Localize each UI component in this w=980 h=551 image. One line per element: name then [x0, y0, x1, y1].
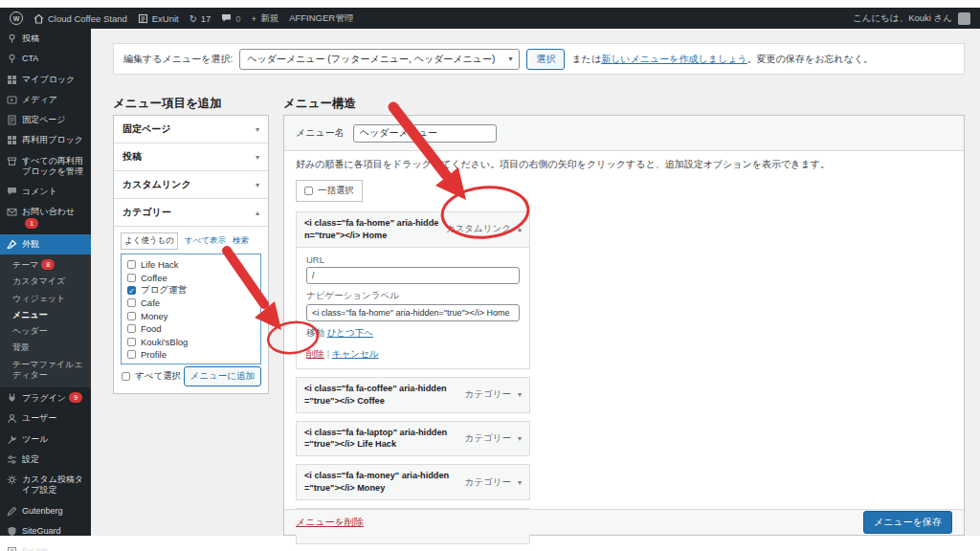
avatar[interactable]: [958, 12, 970, 25]
plugins-badge: 9: [69, 392, 82, 403]
accordion-categories[interactable]: カテゴリー ▴: [114, 199, 268, 227]
site-name-label: Cloud Coffee Stand: [48, 13, 127, 24]
checkbox-icon[interactable]: ✓: [127, 338, 136, 346]
exunit-label: ExUnit: [152, 13, 179, 24]
checkbox-icon[interactable]: ✓: [127, 312, 136, 320]
sidebar-item-exunit[interactable]: ExUnit: [0, 541, 91, 551]
submenu-item-header[interactable]: ヘッダー: [0, 323, 91, 340]
category-option[interactable]: ✓Life Hack: [127, 258, 255, 271]
site-name-menu[interactable]: Cloud Coffee Stand: [33, 13, 127, 24]
chevron-down-icon[interactable]: ▾: [518, 434, 522, 443]
menu-item-header[interactable]: <i class="fa fa-coffee" aria-hidden="tru…: [296, 377, 530, 413]
sidebar-item-tools[interactable]: ツール: [0, 430, 91, 450]
category-option[interactable]: ✓Cafe: [127, 297, 255, 309]
exunit-adminbar-menu[interactable]: ExUnit: [138, 13, 179, 24]
archive-box-icon: [7, 156, 17, 166]
category-option[interactable]: ✓ブログ運営: [127, 284, 255, 297]
checkbox-icon[interactable]: [122, 372, 130, 381]
checkbox-icon[interactable]: ✓: [127, 260, 136, 269]
blocks-icon: [7, 75, 17, 85]
sidebar-item-settings[interactable]: 設定: [0, 450, 91, 470]
accordion-custom-links[interactable]: カスタムリンク ▾: [114, 171, 268, 199]
category-option[interactable]: ✓Coffee: [127, 271, 255, 283]
category-option[interactable]: ✓Money: [127, 310, 255, 322]
chevron-down-icon[interactable]: ▾: [518, 390, 522, 399]
wrench-icon: [7, 434, 17, 445]
affinger-menu[interactable]: AFFINGER管理: [289, 12, 353, 25]
url-label: URL: [306, 254, 520, 265]
category-option[interactable]: ✓Profile: [127, 348, 255, 361]
chevron-down-icon[interactable]: ▾: [518, 478, 522, 487]
submenu-item-customize[interactable]: カスタマイズ: [0, 274, 91, 290]
checkbox-icon[interactable]: ✓: [127, 274, 136, 282]
menu-item-header[interactable]: <i class="fa fa-money" aria-hidden="true…: [296, 464, 530, 500]
sidebar-item-pages[interactable]: 固定ページ: [0, 110, 91, 130]
delete-menu-link[interactable]: メニューを削除: [296, 516, 364, 529]
submenu-item-themes[interactable]: テーマ8: [0, 256, 91, 274]
sidebar-item-gutenberg[interactable]: Gutenberg: [0, 501, 91, 521]
sidebar-item-reusable-blocks[interactable]: 再利用ブロック: [0, 130, 91, 150]
delete-link[interactable]: 削除: [306, 348, 324, 359]
wordpress-logo-icon[interactable]: W: [10, 11, 23, 25]
select-menu-button[interactable]: 選択: [526, 49, 565, 70]
sidebar-item-users[interactable]: ユーザー: [0, 408, 91, 429]
menu-name-input[interactable]: [353, 124, 497, 143]
create-menu-link[interactable]: 新しいメニューを作成しましょう: [601, 54, 747, 64]
checkbox-icon[interactable]: ✓: [127, 324, 136, 333]
new-content-menu[interactable]: + 新規: [252, 12, 279, 25]
sidebar-item-comments[interactable]: コメント: [0, 182, 91, 202]
tab-most-used[interactable]: よく使うもの: [121, 232, 178, 250]
sidebar-item-siteguard[interactable]: SiteGuard: [0, 521, 91, 541]
submenu-item-background[interactable]: 背景: [0, 340, 91, 356]
updates-menu[interactable]: ↻ 17: [189, 13, 212, 24]
select-all-option[interactable]: すべて選択: [122, 370, 181, 383]
submenu-item-menus[interactable]: メニュー: [0, 307, 91, 323]
user-greeting[interactable]: こんにちは、Kouki さん: [853, 12, 952, 25]
move-down-link[interactable]: ひとつ下へ: [327, 327, 373, 338]
category-option[interactable]: ✓Food: [127, 322, 255, 335]
menu-item-header[interactable]: <i class="fa fa-home" aria-hidden="true"…: [296, 211, 530, 248]
checkbox-icon[interactable]: [304, 187, 313, 195]
sidebar-item-label: 外観: [22, 239, 39, 250]
url-input[interactable]: [306, 267, 520, 284]
tab-view-all[interactable]: すべて表示: [185, 235, 226, 247]
chevron-up-icon[interactable]: ▴: [518, 225, 522, 233]
comments-menu[interactable]: 0: [221, 13, 240, 24]
sidebar-item-posts[interactable]: 投稿: [0, 29, 91, 49]
checkbox-icon[interactable]: ✓: [127, 286, 136, 295]
nav-label-input[interactable]: [306, 304, 520, 321]
menu-item-code: <i class="fa fa-laptop" aria-hidden="tru…: [304, 427, 456, 452]
accordion-posts[interactable]: 投稿 ▾: [114, 143, 268, 171]
save-menu-button[interactable]: メニューを保存: [863, 511, 952, 534]
accordion-pages[interactable]: 固定ページ ▾: [114, 116, 268, 143]
category-option[interactable]: ✓Kouki'sBlog: [127, 335, 255, 347]
checkbox-icon[interactable]: ✓: [127, 298, 136, 307]
delete-cancel-row: 削除 | キャンセル: [306, 348, 520, 361]
menu-select-dropdown[interactable]: ヘッダーメニュー (フッターメニュー, ヘッダーメニュー) ▾: [239, 49, 520, 70]
submenu-item-theme-file-editor[interactable]: テーマファイルエディター: [0, 357, 91, 385]
sidebar-item-manage-reusable-blocks[interactable]: すべての再利用ブロックを管理: [0, 151, 91, 183]
sidebar-item-contact[interactable]: お問い合わせ1: [0, 202, 91, 234]
menu-item-money: <i class="fa fa-money" aria-hidden="true…: [296, 464, 530, 500]
sidebar-item-cta[interactable]: CTA: [0, 49, 91, 69]
cancel-link[interactable]: キャンセル: [332, 348, 379, 359]
bulk-select-option[interactable]: 一括選択: [296, 180, 363, 202]
menu-item-header[interactable]: <i class="fa fa-laptop" aria-hidden="tru…: [296, 421, 530, 457]
sidebar-item-plugins[interactable]: プラグイン9: [0, 387, 91, 408]
menu-item-type: カテゴリー ▾: [465, 427, 522, 452]
tab-search[interactable]: 検索: [233, 235, 249, 247]
menu-structure-footer: メニューを削除 メニューを保存: [284, 509, 964, 535]
wordpress-admin-screen: W Cloud Coffee Stand ExUnit ↻ 17 0 + 新規: [0, 0, 980, 551]
checkbox-icon[interactable]: ✓: [127, 350, 136, 359]
sidebar-item-label: ExUnit: [22, 546, 48, 551]
menu-structure-panel: メニュー名 好みの順番に各項目をドラッグしてください。項目の右側の矢印をクリック…: [283, 115, 965, 536]
add-to-menu-button[interactable]: メニューに追加: [184, 366, 261, 386]
chevron-up-icon: ▴: [256, 209, 259, 217]
submenu-item-widgets[interactable]: ウィジェット: [0, 291, 91, 307]
category-checklist[interactable]: ✓Life Hack ✓Coffee ✓ブログ運営 ✓Cafe ✓Money ✓…: [121, 253, 261, 364]
sidebar-item-custom-post-type[interactable]: カスタム投稿タイプ設定: [0, 470, 91, 501]
sidebar-item-my-blocks[interactable]: マイブロック: [0, 70, 91, 90]
sidebar-item-appearance[interactable]: 外観: [0, 234, 91, 254]
sidebar-item-label: 設定: [22, 454, 39, 465]
sidebar-item-media[interactable]: メディア: [0, 90, 91, 110]
